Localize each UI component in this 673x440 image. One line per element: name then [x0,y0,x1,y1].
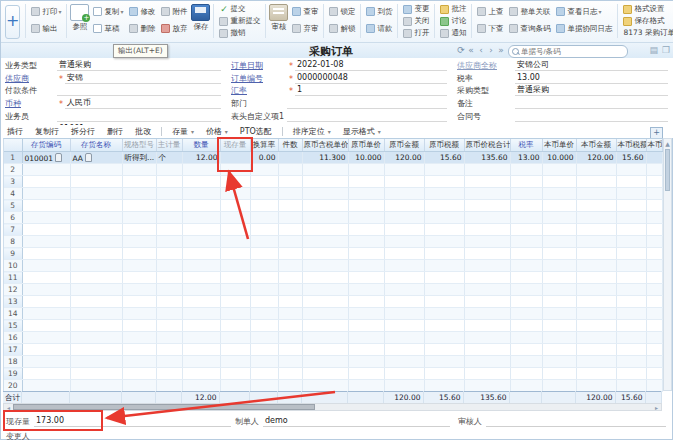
grid-cell[interactable] [616,212,646,224]
grid-cell[interactable] [510,164,542,176]
nav-first-icon[interactable]: « [466,45,476,56]
row-number[interactable]: 4 [4,188,22,200]
grid-cell[interactable] [424,368,464,380]
grid-cell[interactable] [542,212,576,224]
grid-cell[interactable] [70,356,122,368]
grid-cell[interactable] [278,200,302,212]
grid-cell[interactable] [616,284,646,296]
grid-cell[interactable] [348,188,384,200]
grid-cell[interactable] [510,344,542,356]
grid-cell[interactable] [576,296,616,308]
grid-cell[interactable] [156,200,182,212]
grid-cell[interactable] [302,248,348,260]
grid-cell[interactable] [220,308,250,320]
grid-cell[interactable] [646,212,662,224]
discard-button[interactable]: 放弃 [159,20,189,37]
grid-cell[interactable] [220,212,250,224]
new-button[interactable]: + [5,5,20,39]
grid-cell[interactable] [464,308,510,320]
grid-cell[interactable] [348,344,384,356]
grid-cell[interactable] [464,176,510,188]
window-restore-icon[interactable]: ❐ [662,45,670,55]
grid-cell[interactable] [616,200,646,212]
grid-cell[interactable] [122,164,156,176]
grid-cell[interactable] [302,368,348,380]
grid-cell[interactable] [616,344,646,356]
grid-cell[interactable] [156,248,182,260]
changer-value[interactable] [34,431,336,440]
auditor-value[interactable] [486,416,666,427]
grid-cell[interactable] [510,212,542,224]
grid-cell[interactable] [348,272,384,284]
grid-cell[interactable] [302,320,348,332]
grid-cell[interactable] [646,236,662,248]
grid-cell[interactable] [70,164,122,176]
grid-cell[interactable] [156,284,182,296]
grid-cell[interactable] [250,248,278,260]
view-log-button[interactable]: 查看日志▾ [554,3,614,20]
grid-cell[interactable] [302,356,348,368]
grid-cell[interactable] [348,284,384,296]
grid-cell[interactable] [278,368,302,380]
grid-cell[interactable] [156,320,182,332]
grid-cell[interactable] [616,368,646,380]
grid-cell[interactable] [156,212,182,224]
grid-cell[interactable] [122,284,156,296]
grid-cell[interactable] [70,248,122,260]
scroll-right-icon[interactable]: ▸ [652,404,661,410]
field-label[interactable]: 币种 [5,98,57,109]
grid-cell[interactable]: 10.000 [542,152,576,164]
field-value[interactable]: 人民币 [65,98,221,109]
grid-col-header-本币税额[interactable]: 本币税额 [616,139,646,152]
grid-cell[interactable]: 120.00 [576,152,616,164]
grid-cell[interactable] [156,368,182,380]
grid-cell[interactable] [278,380,302,392]
grid-cell[interactable] [542,188,576,200]
grid-cell[interactable] [348,356,384,368]
grid-cell[interactable] [278,344,302,356]
grid-cell[interactable] [70,380,122,392]
grid-cell[interactable] [646,164,662,176]
grid-cell[interactable] [156,344,182,356]
grid-cell[interactable] [156,164,182,176]
annotate-button[interactable]: 批注 [438,3,468,15]
row-number[interactable]: 7 [4,224,22,236]
field-value[interactable] [57,111,221,122]
grid-cell[interactable] [348,260,384,272]
audit-button[interactable]: 审核 [269,4,288,32]
grid-cell[interactable] [424,260,464,272]
grid-cell[interactable] [182,188,220,200]
grid-cell[interactable] [250,212,278,224]
row-number[interactable]: 3 [4,176,22,188]
grid-cell[interactable] [22,212,70,224]
grid-cell[interactable] [182,236,220,248]
print-button[interactable]: 打印▾ [29,3,63,20]
grid-cell[interactable] [278,296,302,308]
grid-cell[interactable] [302,308,348,320]
grid-cell[interactable] [22,368,70,380]
grid-cell[interactable] [22,248,70,260]
grid-col-header-本币单价[interactable]: 本币单价 [542,139,576,152]
row-number[interactable]: 20 [4,380,22,392]
grid-cell[interactable] [22,164,70,176]
grid-cell[interactable] [616,308,646,320]
revoke-button[interactable]: 撤销 [217,27,262,39]
grid-cell[interactable] [576,332,616,344]
grid-toolbar-button-插行[interactable]: 插行 [7,126,23,137]
grid-cell[interactable] [646,368,662,380]
payment-request-button[interactable]: 请款 [364,20,394,37]
unlock-button[interactable]: 解锁 [327,20,357,37]
search-box[interactable] [508,45,628,58]
grid-cell[interactable] [220,164,250,176]
grid-cell[interactable] [278,152,302,164]
grid-cell[interactable] [464,332,510,344]
grid-cell[interactable] [510,356,542,368]
grid-cell[interactable] [220,296,250,308]
reference-button[interactable]: 参照 [70,4,89,32]
grid-cell[interactable] [250,356,278,368]
grid-cell[interactable] [22,284,70,296]
grid-cell[interactable] [646,344,662,356]
grid-cell[interactable] [250,368,278,380]
grid-col-header-存货编码[interactable]: 存货编码 [22,139,70,152]
grid-cell[interactable] [22,332,70,344]
